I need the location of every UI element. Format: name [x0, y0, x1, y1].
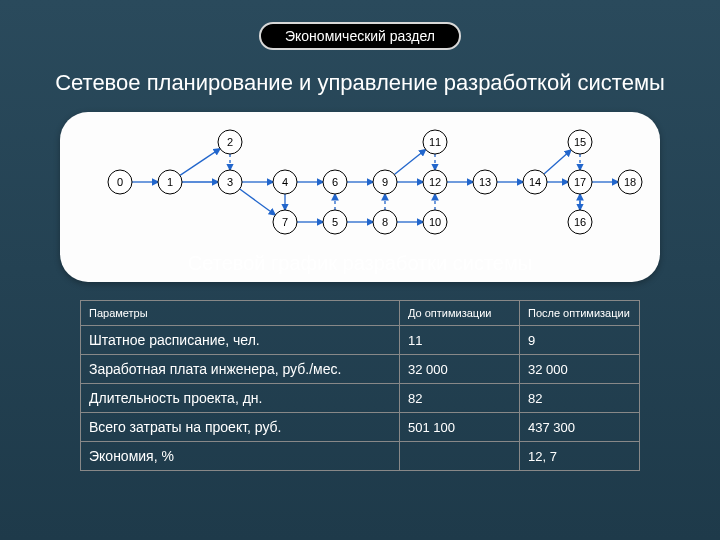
table-row: Штатное расписание, чел.119 [81, 326, 640, 355]
table-cell: 82 [400, 384, 520, 413]
table-header: После оптимизации [520, 301, 640, 326]
table-header-row: Параметры До оптимизации После оптимизац… [81, 301, 640, 326]
svg-text:14: 14 [529, 176, 541, 188]
svg-text:9: 9 [382, 176, 388, 188]
table-row: Экономия, %12, 7 [81, 442, 640, 471]
svg-line-1 [180, 149, 220, 176]
section-badge: Экономический раздел [259, 22, 461, 50]
network-chart: 0123456789101112131415161718 [60, 112, 660, 252]
table-cell: Всего затраты на проект, руб. [81, 413, 400, 442]
svg-text:16: 16 [574, 216, 586, 228]
table-cell: 437 300 [520, 413, 640, 442]
svg-text:2: 2 [227, 136, 233, 148]
table-row: Заработная плата инженера, руб./мес.32 0… [81, 355, 640, 384]
svg-text:13: 13 [479, 176, 491, 188]
table-cell: Экономия, % [81, 442, 400, 471]
table-cell: 11 [400, 326, 520, 355]
svg-text:12: 12 [429, 176, 441, 188]
table-row: Всего затраты на проект, руб.501 100437 … [81, 413, 640, 442]
page-title: Сетевое планирование и управление разраб… [0, 70, 720, 96]
table-cell: 32 000 [520, 355, 640, 384]
table-header: Параметры [81, 301, 400, 326]
svg-text:1: 1 [167, 176, 173, 188]
svg-text:3: 3 [227, 176, 233, 188]
svg-text:6: 6 [332, 176, 338, 188]
table-cell: 12, 7 [520, 442, 640, 471]
svg-text:11: 11 [429, 136, 441, 148]
table-cell: Штатное расписание, чел. [81, 326, 400, 355]
svg-text:8: 8 [382, 216, 388, 228]
optimization-table: Параметры До оптимизации После оптимизац… [80, 300, 640, 471]
table-cell: 32 000 [400, 355, 520, 384]
table-cell: 82 [520, 384, 640, 413]
svg-text:4: 4 [282, 176, 288, 188]
svg-line-14 [394, 149, 425, 174]
svg-text:7: 7 [282, 216, 288, 228]
table-cell: 501 100 [400, 413, 520, 442]
svg-text:17: 17 [574, 176, 586, 188]
table-cell: 9 [520, 326, 640, 355]
table-row: Длительность проекта, дн.8282 [81, 384, 640, 413]
table-cell: Длительность проекта, дн. [81, 384, 400, 413]
table-cell [400, 442, 520, 471]
table-header: До оптимизации [400, 301, 520, 326]
table-cell: Заработная плата инженера, руб./мес. [81, 355, 400, 384]
svg-text:15: 15 [574, 136, 586, 148]
svg-text:0: 0 [117, 176, 123, 188]
svg-line-20 [544, 150, 571, 174]
svg-text:18: 18 [624, 176, 636, 188]
chart-caption: Сетевой график разработки системы [0, 252, 720, 275]
svg-text:10: 10 [429, 216, 441, 228]
svg-text:5: 5 [332, 216, 338, 228]
svg-line-5 [240, 189, 276, 215]
